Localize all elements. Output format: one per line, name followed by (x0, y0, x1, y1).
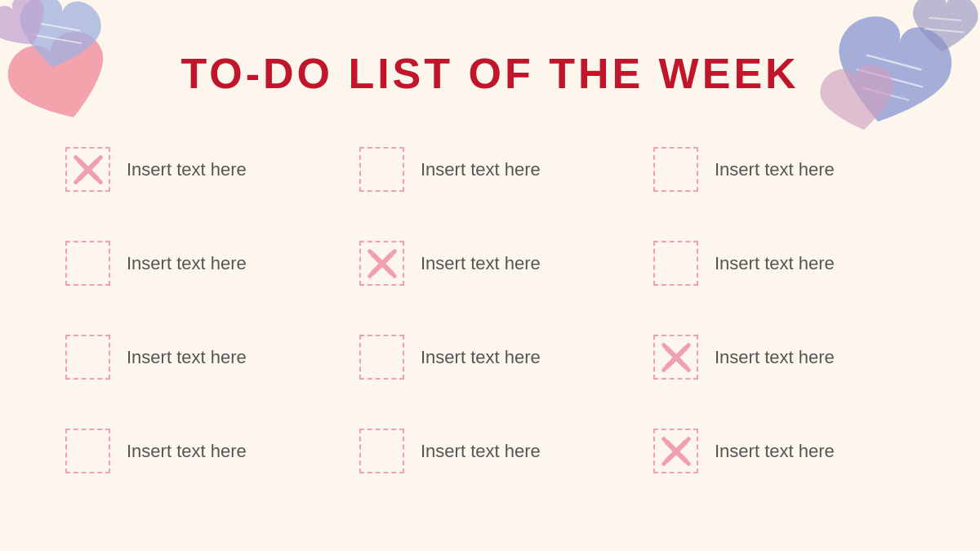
todo-text: Insert text here (715, 347, 835, 368)
svg-line-7 (75, 157, 100, 182)
checkbox[interactable] (653, 147, 698, 192)
x-mark-icon (659, 340, 693, 374)
checkbox[interactable] (359, 241, 404, 286)
checkbox[interactable] (653, 429, 698, 473)
svg-line-11 (663, 344, 688, 370)
todo-text: Insert text here (127, 253, 247, 274)
todo-item[interactable]: Insert text here (343, 404, 637, 498)
checkbox[interactable] (359, 147, 404, 192)
todo-text: Insert text here (715, 159, 835, 180)
todo-item[interactable]: Insert text here (637, 310, 931, 404)
todo-item[interactable]: Insert text here (637, 122, 931, 216)
todo-item[interactable]: Insert text here (49, 404, 343, 498)
svg-line-13 (663, 438, 688, 464)
todo-item[interactable]: Insert text here (49, 310, 343, 404)
todo-item[interactable]: Insert text here (49, 216, 343, 310)
todo-text: Insert text here (421, 347, 541, 368)
checkbox[interactable] (65, 429, 110, 473)
checkbox[interactable] (359, 429, 404, 473)
checkbox[interactable] (65, 147, 110, 192)
todo-text: Insert text here (127, 347, 247, 368)
todo-grid: Insert text hereInsert text hereInsert t… (0, 122, 980, 498)
checkbox[interactable] (359, 335, 404, 380)
todo-item[interactable]: Insert text here (343, 310, 637, 404)
todo-item[interactable]: Insert text here (49, 122, 343, 216)
todo-text: Insert text here (127, 159, 247, 180)
todo-text: Insert text here (715, 253, 835, 274)
todo-text: Insert text here (421, 441, 541, 462)
todo-item[interactable]: Insert text here (343, 122, 637, 216)
title-section: TO-DO LIST OF THE WEEK (0, 0, 980, 122)
x-mark-icon (71, 153, 105, 186)
checkbox[interactable] (65, 335, 110, 380)
todo-text: Insert text here (421, 253, 541, 274)
checkbox[interactable] (653, 241, 698, 286)
todo-text: Insert text here (421, 159, 541, 180)
checkbox[interactable] (65, 241, 110, 286)
page-title: TO-DO LIST OF THE WEEK (0, 49, 980, 98)
todo-item[interactable]: Insert text here (343, 216, 637, 310)
x-mark-icon (659, 434, 693, 468)
todo-item[interactable]: Insert text here (637, 404, 931, 498)
todo-text: Insert text here (715, 441, 835, 462)
todo-text: Insert text here (127, 441, 247, 462)
checkbox[interactable] (653, 335, 698, 380)
todo-item[interactable]: Insert text here (637, 216, 931, 310)
svg-line-9 (369, 251, 394, 276)
x-mark-icon (365, 247, 399, 280)
